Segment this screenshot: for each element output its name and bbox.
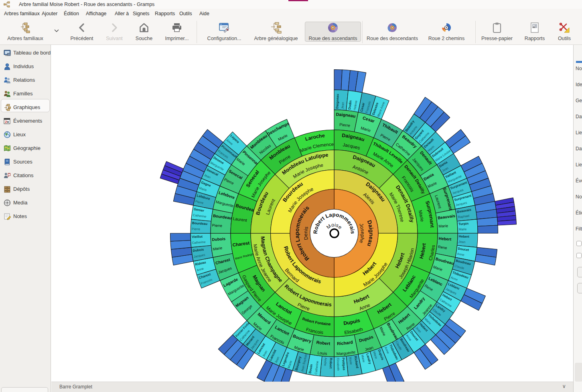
svg-text:Jean: Jean [341, 102, 345, 109]
svg-text:Daigneau: Daigneau [335, 94, 339, 109]
svg-text:Pierre: Pierre [192, 227, 200, 231]
svg-text:“: “ [8, 173, 10, 176]
svg-text:Robert: Robert [329, 358, 333, 369]
svg-text:Vieillot: Vieillot [192, 235, 203, 239]
svg-text:Hebert: Hebert [459, 234, 469, 238]
svg-text:Elisabeth: Elisabeth [336, 358, 340, 371]
svg-text:Jean: Jean [458, 240, 466, 244]
svg-text:Marie: Marie [438, 223, 448, 228]
svg-text:Turpin: Turpin [458, 222, 468, 226]
svg-text:Marie: Marie [459, 227, 467, 231]
svg-text:x: x [7, 120, 9, 124]
svg-text:Pierre: Pierre [212, 223, 222, 228]
svg-text:Dubois: Dubois [212, 236, 226, 242]
svg-text:Andre: Andre [323, 358, 328, 366]
svg-text:Hebert: Hebert [438, 236, 452, 241]
